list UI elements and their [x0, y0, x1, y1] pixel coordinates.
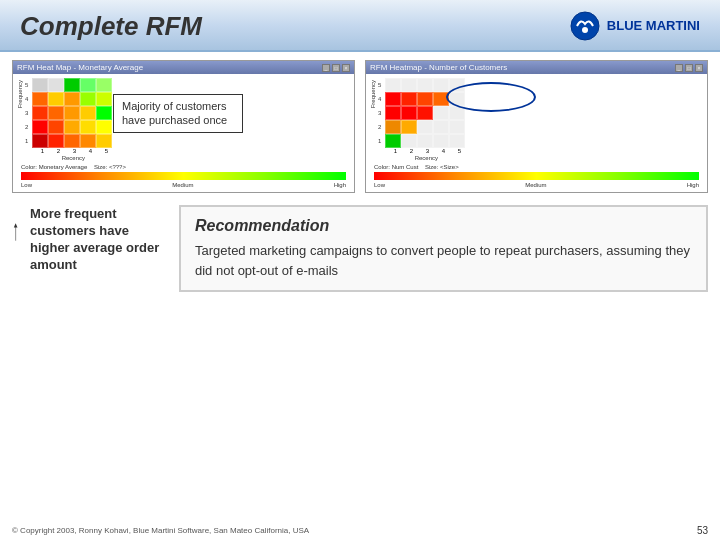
c2-4-4 [433, 92, 449, 106]
heatmap2-grid [385, 78, 467, 148]
c2-1-2 [401, 134, 417, 148]
c2-4-3 [417, 92, 433, 106]
cell-5-3 [64, 78, 80, 92]
c2-5-5 [449, 78, 465, 92]
chart2-body: Frequency 5 4 3 2 1 [366, 74, 707, 192]
c2-1-4 [433, 134, 449, 148]
minimize-btn-2[interactable]: _ [675, 64, 683, 72]
heatmap-row-2 [32, 120, 114, 134]
callout-box: Majority of customers have purchased onc… [113, 94, 243, 133]
c2-1-3 [417, 134, 433, 148]
cell-2-3 [64, 120, 80, 134]
svg-point-0 [571, 12, 599, 40]
x2-label-3: 3 [419, 148, 435, 154]
recommendation-text: Targeted marketing campaigns to convert … [195, 241, 692, 280]
chart1-scale-labels: Low Medium High [17, 182, 350, 188]
logo-area: BLUE MARTINI [569, 10, 700, 42]
cell-5-5 [96, 78, 112, 92]
c2-2-4 [433, 120, 449, 134]
chart1-color-scale-bar [21, 172, 346, 180]
cell-4-1 [32, 92, 48, 106]
c2-5-4 [433, 78, 449, 92]
chart2-y-axis: Frequency [370, 78, 376, 110]
scale-medium-2: Medium [525, 182, 546, 188]
chart2-titlebar: RFM Heatmap - Number of Customers _ □ × [366, 61, 707, 74]
c2-3-4 [433, 106, 449, 120]
cell-3-1 [32, 106, 48, 120]
minimize-btn[interactable]: _ [322, 64, 330, 72]
c2-1-1 [385, 134, 401, 148]
svg-marker-3 [14, 223, 18, 227]
chart1-y-ticks: 5 4 3 2 1 [25, 78, 30, 148]
page-title: Complete RFM [20, 11, 202, 42]
chart-monetary: RFM Heat Map - Monetary Average _ □ × Ma… [12, 60, 355, 193]
cell-3-2 [48, 106, 64, 120]
bottom-section: More frequent customers have higher aver… [12, 205, 708, 292]
c2-2-2 [401, 120, 417, 134]
chart2-x-axis: Recency [385, 155, 467, 161]
x-label-2: 2 [50, 148, 66, 154]
chart1-x-axis: Recency [32, 155, 114, 161]
chart2-color-scale-bar [374, 172, 699, 180]
close-btn-2[interactable]: × [695, 64, 703, 72]
y-tick-2: 2 [25, 120, 30, 134]
annotation-arrow-svg [12, 205, 23, 260]
copyright-text: © Copyright 2003, Ronny Kohavi, Blue Mar… [12, 526, 309, 535]
c2-2-5 [449, 120, 465, 134]
x-label-3: 3 [66, 148, 82, 154]
recommendation-title: Recommendation [195, 217, 692, 235]
logo-text: BLUE MARTINI [607, 19, 700, 33]
c2-2-3 [417, 120, 433, 134]
cell-1-1 [32, 134, 48, 148]
chart2-buttons[interactable]: _ □ × [675, 64, 703, 72]
cell-4-2 [48, 92, 64, 106]
cell-2-1 [32, 120, 48, 134]
x2-label-2: 2 [403, 148, 419, 154]
heatmap1-grid-wrapper: 1 2 3 4 5 Recency [32, 78, 114, 161]
chart2-scale-area: Color: Num Cust Size: <Size> Low Medium … [370, 164, 703, 188]
cell-3-5 [96, 106, 112, 120]
heatmap1-grid [32, 78, 114, 148]
c2-4-5 [449, 92, 465, 106]
cell-2-4 [80, 120, 96, 134]
c2-5-1 [385, 78, 401, 92]
heatmap2-row-2 [385, 120, 467, 134]
scale-low-1: Low [21, 182, 32, 188]
y2-tick-3: 3 [378, 106, 383, 120]
chart1-y-axis: Frequency [17, 78, 23, 110]
x2-label-5: 5 [451, 148, 467, 154]
chart1-x-labels: 1 2 3 4 5 [32, 148, 114, 154]
chart1-titlebar: RFM Heat Map - Monetary Average _ □ × [13, 61, 354, 74]
recommendation-box: Recommendation Targeted marketing campai… [179, 205, 708, 292]
scale-low-2: Low [374, 182, 385, 188]
maximize-btn[interactable]: □ [332, 64, 340, 72]
chart1-buttons[interactable]: _ □ × [322, 64, 350, 72]
chart2-x-labels: 1 2 3 4 5 [385, 148, 467, 154]
x2-label-1: 1 [387, 148, 403, 154]
chart2-color-label: Color: Num Cust Size: <Size> [370, 164, 703, 170]
charts-row: RFM Heat Map - Monetary Average _ □ × Ma… [12, 60, 708, 193]
chart1-scale-area: Color: Monetary Average Size: <???> Low … [17, 164, 350, 188]
page-footer: © Copyright 2003, Ronny Kohavi, Blue Mar… [12, 525, 708, 536]
heatmap2-row-5 [385, 78, 467, 92]
close-btn[interactable]: × [342, 64, 350, 72]
heatmap-row-5 [32, 78, 114, 92]
cell-1-5 [96, 134, 112, 148]
svg-point-1 [582, 27, 588, 33]
heatmap-row-1 [32, 134, 114, 148]
c2-5-2 [401, 78, 417, 92]
left-annotation: More frequent customers have higher aver… [12, 205, 167, 275]
heatmap2-grid-wrapper: 1 2 3 4 5 Recency [385, 78, 467, 161]
annotation-with-arrow: More frequent customers have higher aver… [12, 205, 167, 275]
page-header: Complete RFM BLUE MARTINI [0, 0, 720, 52]
y-tick-1: 1 [25, 134, 30, 148]
cell-5-1 [32, 78, 48, 92]
c2-3-3 [417, 106, 433, 120]
c2-5-3 [417, 78, 433, 92]
y2-tick-4: 4 [378, 92, 383, 106]
x2-label-4: 4 [435, 148, 451, 154]
maximize-btn-2[interactable]: □ [685, 64, 693, 72]
chart1-color-label: Color: Monetary Average Size: <???> [17, 164, 350, 170]
c2-3-1 [385, 106, 401, 120]
scale-medium-1: Medium [172, 182, 193, 188]
